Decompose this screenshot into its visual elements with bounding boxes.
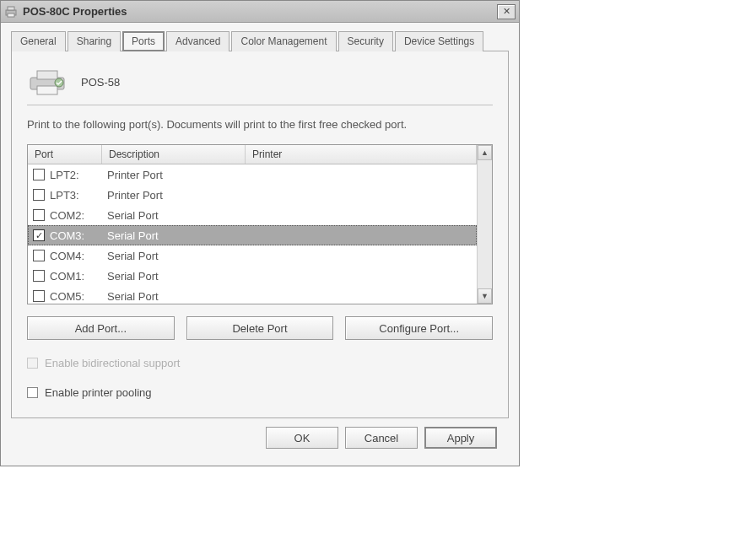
port-name-cell: COM4: [50,250,107,262]
port-description-cell: Serial Port [107,270,251,283]
svg-rect-2 [8,13,14,17]
tab-security[interactable]: Security [338,31,393,51]
tab-ports[interactable]: Ports [122,31,165,51]
port-checkbox[interactable] [33,189,45,201]
tab-strip: General Sharing Ports Advanced Color Man… [11,30,509,51]
port-row[interactable]: COM4:Serial Port [28,245,477,266]
svg-rect-4 [37,71,57,79]
port-name-cell: COM2: [50,209,107,222]
port-description-cell: Printer Port [107,169,251,181]
port-description-cell: Serial Port [107,250,251,262]
port-name-cell: LPT3: [50,189,107,202]
ports-description: Print to the following port(s). Document… [27,117,466,132]
port-row[interactable]: COM5:Serial Port [28,286,477,304]
printer-header: POS-58 [27,67,493,96]
port-name-cell: COM5: [50,290,107,303]
add-port-button[interactable]: Add Port... [27,316,175,340]
dialog-footer: OK Cancel Apply [11,418,509,457]
content-area: General Sharing Ports Advanced Color Man… [1,23,519,466]
ports-panel: POS-58 Print to the following port(s). D… [11,51,509,418]
column-header-description[interactable]: Description [102,145,246,164]
port-description-cell: Serial Port [107,229,251,242]
scroll-track[interactable] [478,160,492,288]
configure-port-button[interactable]: Configure Port... [345,316,493,340]
port-row[interactable]: COM2:Serial Port [28,205,477,225]
printer-icon [27,67,68,96]
pooling-checkbox-row[interactable]: Enable printer pooling [27,386,493,399]
cancel-button[interactable]: Cancel [345,427,418,449]
tab-advanced[interactable]: Advanced [166,31,230,51]
port-buttons: Add Port... Delete Port Configure Port..… [27,316,493,340]
bidirectional-checkbox-row: Enable bidirectional support [27,357,493,369]
svg-rect-5 [37,86,57,94]
svg-rect-1 [8,7,14,10]
port-checkbox[interactable] [33,290,45,302]
column-header-printer[interactable]: Printer [246,145,477,164]
titlebar[interactable]: POS-80C Properties ✕ [1,1,519,23]
port-row[interactable]: COM1:Serial Port [28,266,477,286]
port-name-cell: COM1: [50,270,107,283]
delete-port-button[interactable]: Delete Port [186,316,334,340]
scroll-up-button[interactable]: ▲ [478,145,492,160]
printer-name-label: POS-58 [81,76,120,89]
list-header: Port Description Printer [28,145,477,164]
port-description-cell: Serial Port [107,290,251,303]
bidirectional-label: Enable bidirectional support [45,357,180,369]
ports-listview[interactable]: Port Description Printer LPT2:Printer Po… [28,145,477,304]
close-button[interactable]: ✕ [497,4,516,19]
ports-listbox: Port Description Printer LPT2:Printer Po… [27,144,493,304]
column-header-port[interactable]: Port [28,145,102,164]
port-checkbox[interactable]: ✓ [33,229,45,241]
ok-button[interactable]: OK [266,427,338,449]
tab-color-management[interactable]: Color Management [231,31,336,51]
window-title: POS-80C Properties [23,5,497,18]
port-description-cell: Printer Port [107,189,251,202]
port-row[interactable]: LPT2:Printer Port [28,164,477,185]
properties-window: POS-80C Properties ✕ General Sharing Por… [0,0,520,466]
divider [27,105,493,105]
tab-sharing[interactable]: Sharing [68,31,121,51]
pooling-label: Enable printer pooling [45,386,151,399]
port-checkbox[interactable] [33,209,45,221]
port-row[interactable]: ✓COM3:Serial Port [28,225,477,245]
printer-title-icon [4,5,18,19]
port-checkbox[interactable] [33,250,45,261]
apply-button[interactable]: Apply [424,427,497,449]
scroll-down-button[interactable]: ▼ [478,288,492,304]
vertical-scrollbar[interactable]: ▲ ▼ [477,145,492,304]
port-row[interactable]: LPT3:Printer Port [28,185,477,205]
bidirectional-checkbox [27,358,38,369]
close-icon: ✕ [503,6,510,17]
port-checkbox[interactable] [33,270,45,282]
port-checkbox[interactable] [33,169,45,180]
tab-general[interactable]: General [11,31,66,51]
tab-device-settings[interactable]: Device Settings [395,31,483,51]
port-description-cell: Serial Port [107,209,251,222]
pooling-checkbox[interactable] [27,387,38,398]
port-name-cell: LPT2: [50,169,107,181]
port-name-cell: COM3: [50,229,107,242]
list-rows: LPT2:Printer PortLPT3:Printer PortCOM2:S… [28,164,477,304]
